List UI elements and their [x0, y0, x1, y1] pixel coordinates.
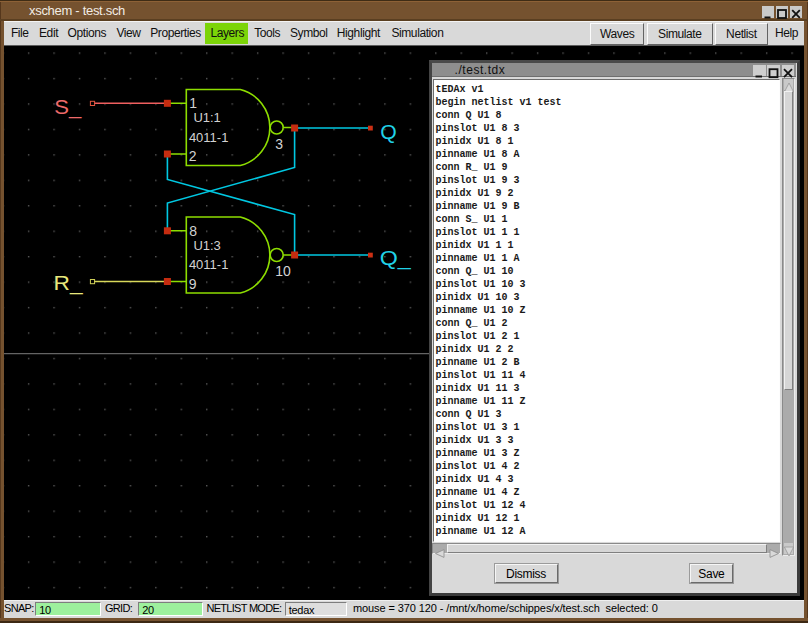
svg-text:Q_: Q_ [380, 246, 411, 270]
svg-text:10: 10 [275, 263, 291, 279]
svg-text:4011-1: 4011-1 [189, 257, 229, 272]
svg-text:2: 2 [189, 148, 197, 164]
svg-text:Q: Q [380, 120, 397, 143]
svg-text:S_: S_ [54, 95, 81, 119]
svg-text:U1:1: U1:1 [193, 110, 220, 125]
svg-text:9: 9 [189, 276, 197, 292]
svg-text:4011-1: 4011-1 [189, 130, 229, 145]
svg-text:U1:3: U1:3 [193, 238, 220, 253]
svg-text:1: 1 [189, 95, 197, 111]
svg-text:R_: R_ [54, 271, 83, 295]
svg-text:8: 8 [189, 223, 197, 239]
svg-text:3: 3 [275, 136, 283, 152]
